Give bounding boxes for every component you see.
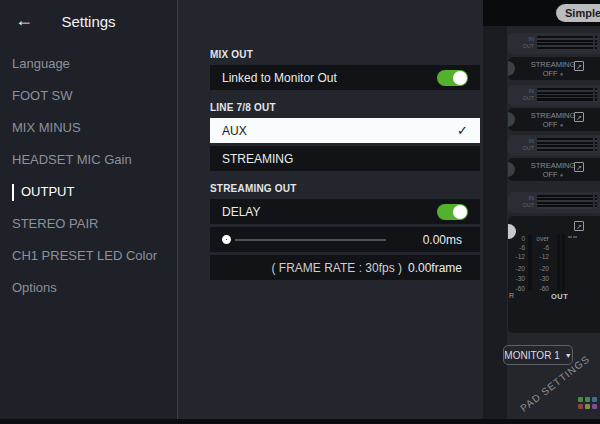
meter-tick: over bbox=[532, 235, 549, 242]
sidebar-item-options[interactable]: Options bbox=[0, 272, 177, 304]
monitor-select-button[interactable]: MONITOR 1 ▼ bbox=[503, 345, 573, 365]
open-window-icon[interactable]: ↗ bbox=[574, 162, 584, 172]
check-icon: ✓ bbox=[457, 123, 468, 138]
open-window-icon[interactable]: ↗ bbox=[574, 61, 584, 71]
pad-settings-icon[interactable] bbox=[578, 397, 597, 409]
meter-tick: -30 bbox=[512, 275, 525, 282]
streaming-out-title: STREAMING OUT bbox=[210, 183, 480, 194]
meter-tick: -20 bbox=[512, 265, 525, 272]
settings-header: ← Settings bbox=[0, 0, 177, 44]
line-78-out-section: LINE 7/8 OUT AUX ✓ STREAMING bbox=[210, 102, 480, 171]
level-meter-bars bbox=[537, 138, 593, 152]
line-78-option-streaming[interactable]: STREAMING bbox=[210, 146, 480, 171]
streaming-label: STREAMING bbox=[222, 152, 293, 166]
meter-peak-dots bbox=[595, 88, 597, 102]
meter-tick: -60 bbox=[532, 285, 549, 292]
settings-sidebar: ← Settings Language FOOT SW MIX MINUS HE… bbox=[0, 0, 177, 419]
sidebar-item-language[interactable]: Language bbox=[0, 48, 177, 80]
meter-io-labels: INOUT bbox=[516, 88, 534, 106]
vertical-meter bbox=[557, 234, 560, 291]
sidebar-item-foot-sw[interactable]: FOOT SW bbox=[0, 80, 177, 112]
delay-slider-track[interactable] bbox=[235, 239, 386, 241]
over-led bbox=[573, 236, 577, 238]
open-window-icon[interactable]: ↗ bbox=[574, 112, 584, 122]
delay-row: DELAY bbox=[210, 199, 480, 224]
sidebar-item-output[interactable]: OUTPUT bbox=[0, 176, 177, 208]
status-led-icon: ● bbox=[560, 71, 564, 77]
streaming-out-section: STREAMING OUT DELAY 0.00ms ( FRAME RATE … bbox=[210, 183, 480, 280]
line-78-out-title: LINE 7/8 OUT bbox=[210, 102, 480, 113]
meter-tick: -20 bbox=[532, 265, 549, 272]
pad-color-swatch bbox=[578, 397, 583, 402]
meter-io-labels: INOUT bbox=[516, 195, 534, 213]
pad-color-swatch bbox=[585, 397, 590, 402]
vertical-meter bbox=[562, 234, 565, 291]
sidebar-item-mix-minus[interactable]: MIX MINUS bbox=[0, 112, 177, 144]
open-window-icon[interactable]: ↗ bbox=[574, 221, 584, 231]
channel-knob bbox=[508, 61, 515, 76]
level-meter-bars bbox=[537, 36, 593, 50]
pad-color-swatch bbox=[592, 397, 597, 402]
simple-label: Simple bbox=[565, 7, 600, 19]
streaming-status: STREAMING OFF ● ↗ bbox=[508, 108, 600, 131]
meter-tick: 0 bbox=[512, 235, 525, 242]
channel-meter: INOUT bbox=[508, 33, 600, 54]
bottom-edge-bar bbox=[0, 419, 600, 424]
meter-peak-dots bbox=[595, 195, 597, 209]
linked-to-monitor-out-toggle[interactable] bbox=[437, 70, 468, 86]
meter-tick: -12 bbox=[532, 253, 549, 260]
frame-rate-row: ( FRAME RATE : 30fps ) 0.00frame bbox=[210, 255, 480, 280]
channel-meter: INOUT bbox=[508, 85, 600, 106]
streaming-status: STREAMING OFF ● ↗ bbox=[508, 57, 600, 80]
linked-to-monitor-out-row: Linked to Monitor Out bbox=[210, 65, 480, 90]
delay-toggle[interactable] bbox=[437, 204, 468, 220]
sidebar-item-label: OUTPUT bbox=[21, 184, 74, 199]
sidebar-item-ch1-preset-led-color[interactable]: CH1 PRESET LED Color bbox=[0, 240, 177, 272]
status-led-icon: ● bbox=[560, 122, 564, 128]
channel-meter: INOUT bbox=[508, 135, 600, 156]
frame-rate-label: ( FRAME RATE : 30fps ) bbox=[272, 261, 402, 275]
sidebar-item-stereo-pair[interactable]: STEREO PAIR bbox=[0, 208, 177, 240]
toggle-knob bbox=[453, 205, 467, 219]
aux-label: AUX bbox=[222, 124, 247, 138]
meter-io-labels: INOUT bbox=[516, 36, 534, 54]
streaming-off-label: OFF bbox=[543, 120, 558, 129]
meter-tick: -60 bbox=[512, 285, 525, 292]
level-meter-bars bbox=[537, 195, 593, 209]
meter-tick: -6 bbox=[532, 244, 549, 251]
active-indicator bbox=[12, 184, 14, 201]
toggle-knob bbox=[453, 71, 467, 85]
meter-tick: -30 bbox=[532, 275, 549, 282]
settings-nav: Language FOOT SW MIX MINUS HEADSET MIC G… bbox=[0, 48, 177, 304]
line-78-option-aux[interactable]: AUX ✓ bbox=[210, 118, 480, 143]
mix-out-title: MIX OUT bbox=[210, 49, 480, 60]
meter-peak-dots bbox=[595, 36, 597, 50]
streaming-off-label: OFF bbox=[543, 170, 558, 179]
monitor-label: MONITOR 1 bbox=[504, 350, 559, 361]
simple-mode-button[interactable]: Simple ► bbox=[556, 4, 600, 22]
meter-out-label: OUT bbox=[551, 292, 568, 301]
pad-color-swatch bbox=[578, 404, 583, 409]
delay-value: 0.00ms bbox=[402, 233, 462, 247]
linked-to-monitor-out-label: Linked to Monitor Out bbox=[222, 71, 337, 85]
delay-slider-handle[interactable] bbox=[222, 235, 231, 244]
delay-slider-row: 0.00ms bbox=[210, 227, 480, 252]
back-icon[interactable]: ← bbox=[15, 10, 33, 31]
meter-io-labels: INOUT bbox=[516, 138, 534, 156]
channel-meter: INOUT bbox=[508, 192, 600, 213]
meter-tick: -12 bbox=[512, 253, 525, 260]
master-meter-panel: ↗ 0 -6 -12 -20 -30 -60 over -6 -12 -20 -… bbox=[508, 216, 600, 333]
frame-value: 0.00frame bbox=[402, 261, 462, 275]
chevron-down-icon: ▼ bbox=[565, 352, 572, 359]
meter-left-label: R bbox=[509, 292, 514, 299]
streaming-status: STREAMING OFF ● ↗ bbox=[508, 158, 600, 181]
delay-label: DELAY bbox=[222, 205, 260, 219]
meter-peak-dots bbox=[595, 138, 597, 152]
over-led bbox=[568, 236, 572, 238]
pad-color-swatch bbox=[592, 404, 597, 409]
sidebar-item-headset-mic-gain[interactable]: HEADSET MIC Gain bbox=[0, 144, 177, 176]
channel-knob bbox=[508, 162, 515, 177]
meter-tick: -6 bbox=[512, 244, 525, 251]
status-led-icon: ● bbox=[560, 172, 564, 178]
level-meter-bars bbox=[537, 88, 593, 102]
